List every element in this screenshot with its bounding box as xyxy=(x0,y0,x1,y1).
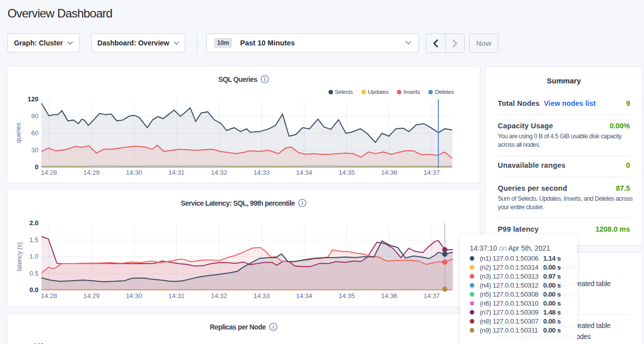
svg-text:0: 0 xyxy=(35,163,38,171)
svg-text:60: 60 xyxy=(31,129,38,137)
svg-text:14:35: 14:35 xyxy=(338,292,355,300)
svg-text:14:34: 14:34 xyxy=(296,292,313,300)
svg-text:14:32: 14:32 xyxy=(211,169,228,176)
svg-text:14:37: 14:37 xyxy=(424,292,440,300)
svg-text:14:30: 14:30 xyxy=(126,169,142,176)
svg-text:14:28: 14:28 xyxy=(41,292,57,300)
svg-text:14:36: 14:36 xyxy=(381,169,397,176)
svg-text:14:29: 14:29 xyxy=(83,292,100,300)
svg-text:120: 120 xyxy=(27,95,38,103)
svg-text:30: 30 xyxy=(31,146,38,154)
svg-text:0.0: 0.0 xyxy=(29,286,38,294)
svg-text:0.5: 0.5 xyxy=(29,270,38,277)
svg-text:14:29: 14:29 xyxy=(83,169,100,176)
svg-text:14:33: 14:33 xyxy=(254,292,270,300)
svg-text:14:35: 14:35 xyxy=(338,169,355,176)
svg-text:1.5: 1.5 xyxy=(29,236,38,244)
svg-text:14:32: 14:32 xyxy=(211,292,228,300)
svg-text:1.0: 1.0 xyxy=(29,253,38,260)
svg-text:14:37: 14:37 xyxy=(424,169,440,176)
svg-text:14:36: 14:36 xyxy=(381,292,397,300)
svg-text:14:28: 14:28 xyxy=(41,169,57,176)
svg-text:90: 90 xyxy=(31,112,38,120)
svg-text:14:33: 14:33 xyxy=(254,169,270,176)
svg-text:14:30: 14:30 xyxy=(126,292,142,300)
svg-text:2.0: 2.0 xyxy=(29,219,38,227)
svg-text:14:31: 14:31 xyxy=(168,292,185,300)
svg-text:14:34: 14:34 xyxy=(296,169,313,176)
svg-text:14:31: 14:31 xyxy=(168,169,185,176)
